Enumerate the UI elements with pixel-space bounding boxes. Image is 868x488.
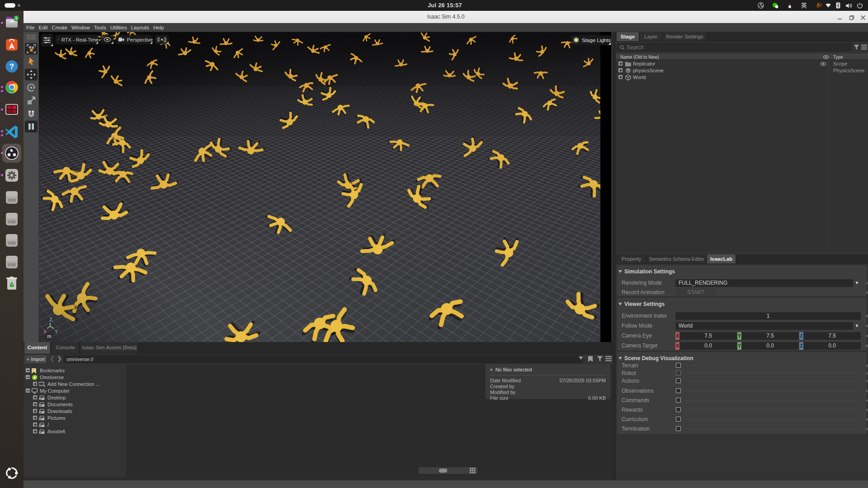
svg-text:SSD: SSD <box>8 198 15 202</box>
svg-text:SSD: SSD <box>8 220 15 224</box>
svg-text:SSD: SSD <box>8 241 15 245</box>
svg-text:Y: Y <box>55 329 58 334</box>
svg-text:?: ? <box>9 62 14 71</box>
svg-text:1: 1 <box>15 16 17 20</box>
svg-text:Z: Z <box>49 317 52 322</box>
svg-text:SSD: SSD <box>8 263 15 267</box>
